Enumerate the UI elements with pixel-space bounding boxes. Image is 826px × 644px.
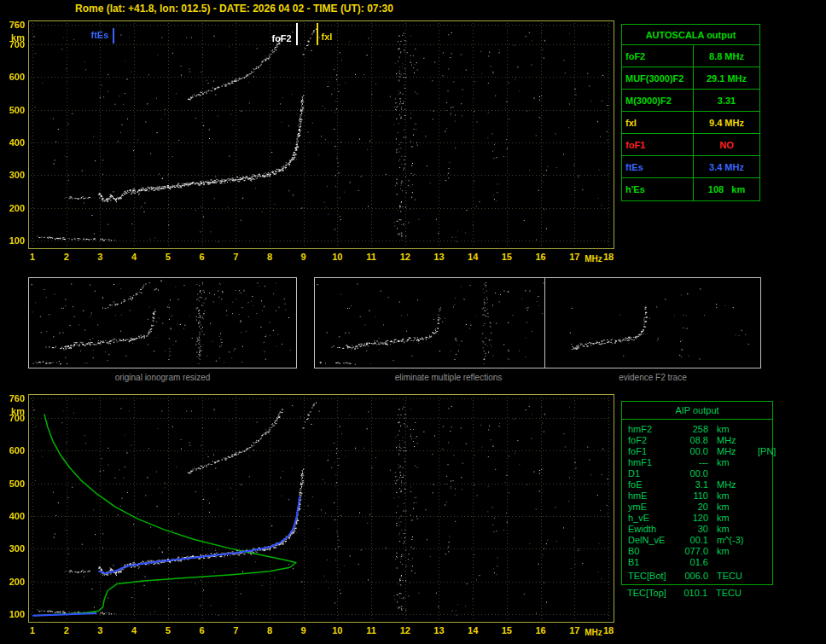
y-tick-label: 300	[1, 170, 25, 180]
aip-row: TEC[Bot]006.0TECU	[628, 571, 771, 582]
y-tick-label: 400	[1, 137, 25, 148]
y-tick-label: 600	[1, 72, 25, 82]
param-unit: TECU	[707, 588, 752, 599]
param-value: 3.1	[678, 479, 708, 490]
x-tick-label: 7	[225, 625, 246, 635]
ionogram-chart: 760700600500400300200100km12345678910111…	[28, 20, 614, 249]
param-name: foF1	[622, 134, 694, 155]
thumbnail-f2-trace-canvas	[545, 278, 760, 368]
param-extra	[753, 502, 771, 513]
param-extra	[753, 457, 771, 468]
thumbnail-original-caption: original ionogram resized	[28, 373, 297, 382]
param-extra	[753, 546, 771, 557]
aip-row: Ewidth30km	[628, 524, 771, 535]
param-name: hmE	[628, 490, 678, 502]
param-name: ftEs	[622, 156, 694, 177]
param-name: TEC[Top]	[627, 588, 677, 599]
marker-ftes-line	[113, 28, 114, 44]
thumbnail-no-multiples-caption: eliminate multiple reflections	[314, 373, 583, 382]
param-unit: m^(-3)	[708, 535, 753, 546]
y-tick-label: 100	[1, 235, 25, 246]
x-tick-label: 7	[225, 252, 246, 262]
param-value: 110	[678, 490, 708, 502]
y-tick-label: 760	[1, 20, 25, 30]
x-tick-label: 12	[395, 252, 416, 262]
x-tick-label: 9	[294, 252, 314, 262]
param-name: hmF2	[628, 424, 678, 435]
aip-row: ymE20km	[628, 502, 771, 513]
param-name: h'Es	[622, 178, 694, 200]
x-tick-label: 11	[361, 252, 381, 262]
param-value: 08.8	[678, 435, 708, 446]
y-tick-label: 500	[1, 479, 25, 489]
param-value: 006.0	[678, 571, 708, 582]
param-value: 120	[678, 513, 708, 524]
param-name: fxI	[622, 112, 694, 133]
param-extra	[753, 513, 771, 524]
x-tick-label: 8	[259, 252, 280, 262]
x-tick-label: 12	[395, 625, 416, 635]
autoscala-row: MUF(3000)F229.1 MHz	[622, 67, 759, 90]
param-name: foF1	[628, 446, 678, 457]
x-tick-label: 17	[564, 625, 585, 635]
y-tick-label: 500	[1, 105, 25, 115]
aip-panel-title: AIP output	[622, 402, 772, 420]
autoscala-row: fxI9.4 MHz	[622, 112, 759, 134]
param-value: 20	[678, 502, 708, 513]
x-tick-label: 15	[497, 252, 517, 262]
param-name: B0	[628, 546, 678, 557]
x-tick-label: 3	[90, 625, 110, 635]
x-tick-label: 10	[327, 625, 347, 635]
x-tick-label: 16	[531, 252, 551, 262]
x-tick-label: 14	[462, 252, 483, 262]
x-axis-unit: MHz	[585, 254, 602, 264]
autoscala-window: Rome (lat: +41.8, lon: 012.5) - DATE: 20…	[0, 0, 826, 644]
autoscala-panel: AUTOSCALA output foF28.8 MHzMUF(3000)F22…	[621, 24, 760, 201]
header-title: Rome (lat: +41.8, lon: 012.5) - DATE: 20…	[75, 3, 393, 15]
y-tick-label: 400	[1, 511, 25, 521]
param-value: 00.0	[678, 446, 708, 457]
param-unit: km	[708, 424, 753, 435]
param-unit: km	[708, 490, 753, 502]
aip-row: foF208.8MHz	[628, 435, 771, 446]
param-value: NO	[694, 134, 759, 155]
x-tick-label: 6	[192, 625, 212, 635]
x-tick-label: 6	[192, 252, 212, 262]
aip-row: h_vE120km	[628, 513, 771, 524]
param-name: D1	[628, 468, 678, 479]
ionogram-canvas	[29, 21, 614, 248]
param-unit	[708, 557, 753, 568]
y-tick-label: 600	[1, 445, 25, 455]
x-tick-label: 2	[56, 252, 77, 262]
aip-row: hmF1---km	[628, 457, 771, 468]
param-unit	[708, 468, 753, 479]
profile-canvas	[29, 395, 614, 622]
x-axis-unit: MHz	[585, 628, 602, 637]
param-value: 108 km	[694, 178, 759, 200]
param-value: 00.0	[678, 468, 708, 479]
marker-ftes-label: ftEs	[69, 30, 108, 40]
param-value: 00.1	[678, 535, 708, 546]
param-unit: km	[708, 546, 753, 557]
x-tick-label: 1	[22, 252, 43, 262]
autoscala-table-rows: foF28.8 MHzMUF(3000)F229.1 MHzM(3000)F23…	[622, 45, 759, 200]
thumbnail-f2-trace	[544, 277, 761, 368]
thumbnail-no-multiples	[314, 277, 583, 368]
thumbnail-original	[28, 277, 297, 368]
param-extra	[753, 424, 771, 435]
autoscala-row: foF1NO	[622, 134, 759, 156]
y-tick-label: 200	[1, 577, 25, 587]
param-value: 8.8 MHz	[694, 45, 759, 67]
aip-row: TEC[Top]010.1TECU	[627, 588, 773, 599]
param-extra	[753, 490, 771, 502]
param-name: foE	[628, 479, 678, 490]
x-tick-label: 1	[22, 625, 43, 635]
autoscala-panel-title: AUTOSCALA output	[622, 25, 759, 45]
param-name: foF2	[628, 435, 678, 446]
x-tick-label: 15	[497, 625, 517, 635]
param-value: 3.4 MHz	[694, 156, 759, 177]
param-name: B1	[628, 557, 678, 568]
param-value: 010.1	[677, 588, 707, 599]
aip-row: foE3.1MHz	[628, 479, 771, 490]
param-value: 30	[678, 524, 708, 535]
